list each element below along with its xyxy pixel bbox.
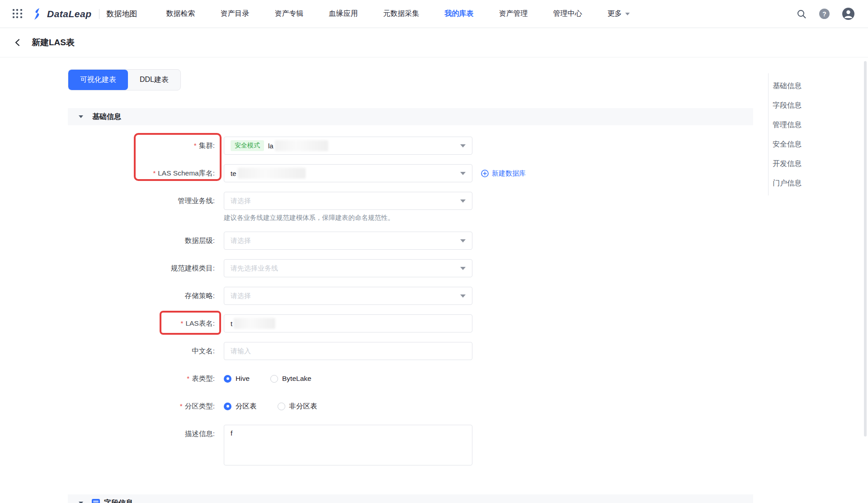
person-icon — [842, 8, 854, 20]
partition-type-label: *分区类型: — [68, 397, 215, 415]
nav-more-label: 更多 — [608, 9, 622, 19]
basic-info-form: *集群: 安全模式 la *LAS Schema库名: te — [68, 137, 610, 475]
tab-visual-create[interactable]: 可视化建表 — [68, 70, 128, 90]
help-icon[interactable]: ? — [819, 9, 830, 19]
radio-bytelake[interactable]: ByteLake — [270, 375, 311, 383]
back-button[interactable] — [14, 38, 22, 47]
modeling-category-select[interactable]: 请先选择业务线 — [224, 259, 472, 277]
business-line-select[interactable]: 请选择 — [224, 192, 472, 210]
anchor-security-info[interactable]: 安全信息 — [773, 134, 802, 154]
brand-name: DataLeap — [47, 9, 92, 19]
radio-selected-icon — [224, 403, 231, 410]
form-row-table-name: *LAS表名: t — [68, 314, 610, 332]
chevron-down-icon — [625, 13, 630, 15]
radio-selected-icon — [224, 375, 231, 383]
circle-plus-icon — [481, 170, 489, 177]
nav-item-data-search[interactable]: 数据检索 — [166, 9, 195, 19]
form-row-schema: *LAS Schema库名: te 新建数据库 — [68, 164, 610, 182]
nav-item-asset-management[interactable]: 资产管理 — [499, 9, 528, 19]
anchor-development-info[interactable]: 开发信息 — [773, 154, 802, 173]
divider — [99, 9, 99, 19]
product-name[interactable]: 数据地图 — [107, 9, 137, 19]
form-row-partition-type: *分区类型: 分区表 非分区表 — [68, 397, 610, 415]
top-navigation-bar: DataLeap 数据地图 数据检索 资产目录 资产专辑 血缘应用 元数据采集 … — [0, 0, 868, 28]
select-placeholder: 请选择 — [231, 237, 251, 245]
select-caret-icon — [460, 172, 466, 175]
security-mode-tag: 安全模式 — [231, 140, 264, 151]
section-title: 基础信息 — [92, 112, 121, 122]
section-field-info-header[interactable]: 字段信息 — [68, 494, 753, 503]
chevron-left-icon — [14, 38, 22, 47]
nav-item-asset-catalog[interactable]: 资产目录 — [221, 9, 250, 19]
select-caret-icon — [460, 239, 466, 242]
nav-item-lineage[interactable]: 血缘应用 — [329, 9, 358, 19]
form-row-data-level: 数据层级: 请选择 — [68, 232, 610, 250]
form-row-storage-policy: 存储策略: 请选择 — [68, 287, 610, 305]
radio-hive[interactable]: Hive — [224, 375, 250, 383]
table-name-value: t — [231, 320, 232, 327]
nav-item-asset-album[interactable]: 资产专辑 — [275, 9, 304, 19]
app-grid-icon[interactable] — [13, 9, 23, 19]
partition-type-radio-group: 分区表 非分区表 — [224, 397, 317, 415]
required-star: * — [194, 142, 197, 149]
select-placeholder: 请选择 — [231, 197, 251, 205]
schema-select[interactable]: te — [224, 164, 472, 182]
nav-item-my-tables[interactable]: 我的库表 — [445, 9, 474, 19]
cluster-select[interactable]: 安全模式 la — [224, 137, 472, 155]
primary-nav: 数据检索 资产目录 资产专辑 血缘应用 元数据采集 我的库表 资产管理 管理中心… — [166, 9, 630, 19]
anchor-portal-info[interactable]: 门户信息 — [773, 173, 802, 193]
radio-label: 非分区表 — [289, 402, 317, 411]
collapse-arrow-icon[interactable] — [79, 115, 83, 118]
anchor-field-info[interactable]: 字段信息 — [773, 95, 802, 115]
dataleap-logo[interactable]: DataLeap — [33, 8, 92, 20]
page-header: 新建LAS表 — [0, 28, 868, 57]
form-row-chinese-name: 中文名: 请输入 — [68, 342, 610, 360]
description-textarea[interactable]: f — [224, 425, 472, 465]
table-name-label: *LAS表名: — [68, 314, 215, 332]
modeling-category-label: 规范建模类目: — [68, 259, 215, 277]
required-star: * — [181, 319, 184, 327]
create-database-link[interactable]: 新建数据库 — [481, 164, 526, 182]
table-type-radio-group: Hive ByteLake — [224, 370, 311, 388]
radio-non-partitioned[interactable]: 非分区表 — [278, 402, 317, 411]
nav-item-admin-center[interactable]: 管理中心 — [553, 9, 582, 19]
schema-label: *LAS Schema库名: — [68, 164, 215, 182]
required-star: * — [187, 375, 189, 382]
table-type-label: *表类型: — [68, 370, 215, 388]
lightning-bolt-icon — [33, 8, 43, 20]
storage-policy-select[interactable]: 请选择 — [224, 287, 472, 305]
form-row-business-line: 管理业务线: 请选择 — [68, 192, 610, 210]
data-level-label: 数据层级: — [68, 232, 215, 250]
table-icon — [92, 499, 100, 503]
section-basic-info-header[interactable]: 基础信息 — [68, 108, 753, 125]
business-line-helper-text: 建议各业务线建立规范建模体系，保障建表的命名规范性。 — [224, 214, 610, 222]
table-name-input[interactable]: t — [224, 314, 472, 332]
form-row-cluster: *集群: 安全模式 la — [68, 137, 610, 155]
anchor-basic-info[interactable]: 基础信息 — [773, 76, 802, 95]
schema-value: te — [231, 170, 236, 177]
radio-unselected-icon — [278, 403, 285, 410]
tab-ddl-create[interactable]: DDL建表 — [128, 70, 180, 90]
scrollbar[interactable] — [864, 61, 867, 437]
description-label: 描述信息: — [68, 425, 215, 443]
anchor-management-info[interactable]: 管理信息 — [773, 115, 802, 134]
storage-policy-label: 存储策略: — [68, 287, 215, 305]
chinese-name-input[interactable]: 请输入 — [224, 342, 472, 360]
nav-item-metadata-collection[interactable]: 元数据采集 — [383, 9, 420, 19]
redacted-text — [234, 318, 275, 329]
select-caret-icon — [460, 199, 466, 203]
radio-partitioned[interactable]: 分区表 — [224, 402, 257, 411]
search-icon[interactable] — [797, 9, 807, 19]
select-placeholder: 请选择 — [231, 292, 251, 300]
form-row-table-type: *表类型: Hive ByteLake — [68, 370, 610, 388]
cluster-value: la — [268, 142, 274, 150]
redacted-text — [238, 168, 306, 179]
anchor-nav: 基础信息 字段信息 管理信息 安全信息 开发信息 门户信息 — [768, 73, 802, 195]
create-database-label: 新建数据库 — [492, 169, 526, 178]
data-level-select[interactable]: 请选择 — [224, 232, 472, 250]
user-avatar[interactable] — [842, 8, 854, 20]
nav-item-more[interactable]: 更多 — [608, 9, 630, 19]
redacted-text — [275, 140, 328, 151]
required-star: * — [180, 402, 183, 410]
radio-label: ByteLake — [282, 375, 311, 383]
